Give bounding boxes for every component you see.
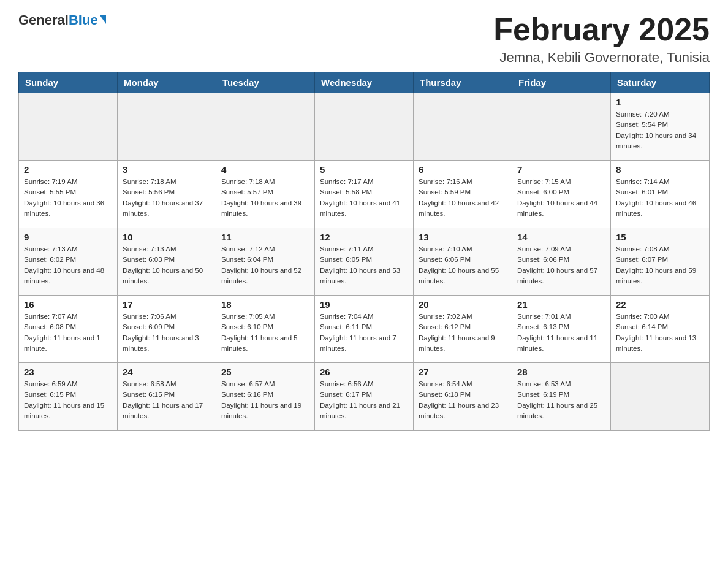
day-number: 7 <box>517 164 605 175</box>
day-number: 22 <box>616 299 704 310</box>
day-info: Sunrise: 6:56 AMSunset: 6:17 PMDaylight:… <box>320 379 408 421</box>
day-info: Sunrise: 6:58 AMSunset: 6:15 PMDaylight:… <box>123 379 211 421</box>
day-number: 18 <box>221 299 309 310</box>
day-info: Sunrise: 7:18 AMSunset: 5:57 PMDaylight:… <box>221 177 309 219</box>
calendar-cell <box>414 93 512 161</box>
calendar-cell: 4Sunrise: 7:18 AMSunset: 5:57 PMDaylight… <box>216 161 315 228</box>
day-info: Sunrise: 6:57 AMSunset: 6:16 PMDaylight:… <box>221 379 309 421</box>
day-info: Sunrise: 7:04 AMSunset: 6:11 PMDaylight:… <box>320 312 408 354</box>
calendar-cell: 20Sunrise: 7:02 AMSunset: 6:12 PMDayligh… <box>414 296 512 363</box>
day-info: Sunrise: 7:09 AMSunset: 6:06 PMDaylight:… <box>517 244 605 286</box>
calendar-cell: 8Sunrise: 7:14 AMSunset: 6:01 PMDaylight… <box>611 161 710 228</box>
day-info: Sunrise: 7:14 AMSunset: 6:01 PMDaylight:… <box>616 177 704 219</box>
day-info: Sunrise: 7:19 AMSunset: 5:55 PMDaylight:… <box>24 177 112 219</box>
logo-blue-text: Blue <box>69 12 98 28</box>
calendar-cell: 6Sunrise: 7:16 AMSunset: 5:59 PMDaylight… <box>414 161 512 228</box>
weekday-header-saturday: Saturday <box>611 72 710 93</box>
calendar-cell: 18Sunrise: 7:05 AMSunset: 6:10 PMDayligh… <box>216 296 315 363</box>
day-number: 27 <box>419 367 507 377</box>
day-number: 1 <box>616 97 704 107</box>
day-number: 11 <box>221 232 309 242</box>
calendar-cell: 10Sunrise: 7:13 AMSunset: 6:03 PMDayligh… <box>118 228 216 296</box>
day-number: 14 <box>517 232 605 242</box>
calendar-cell: 3Sunrise: 7:18 AMSunset: 5:56 PMDaylight… <box>118 161 216 228</box>
day-info: Sunrise: 7:17 AMSunset: 5:58 PMDaylight:… <box>320 177 408 219</box>
weekday-header-friday: Friday <box>512 72 611 93</box>
calendar-cell: 12Sunrise: 7:11 AMSunset: 6:05 PMDayligh… <box>315 228 414 296</box>
day-info: Sunrise: 7:15 AMSunset: 6:00 PMDaylight:… <box>517 177 605 219</box>
day-info: Sunrise: 7:08 AMSunset: 6:07 PMDaylight:… <box>616 244 704 286</box>
calendar-cell: 22Sunrise: 7:00 AMSunset: 6:14 PMDayligh… <box>611 296 710 363</box>
day-number: 9 <box>24 232 112 242</box>
day-number: 19 <box>320 299 408 310</box>
day-info: Sunrise: 7:07 AMSunset: 6:08 PMDaylight:… <box>24 312 112 354</box>
calendar-cell: 25Sunrise: 6:57 AMSunset: 6:16 PMDayligh… <box>216 363 315 431</box>
calendar-cell: 11Sunrise: 7:12 AMSunset: 6:04 PMDayligh… <box>216 228 315 296</box>
day-number: 6 <box>419 164 507 175</box>
calendar-cell: 19Sunrise: 7:04 AMSunset: 6:11 PMDayligh… <box>315 296 414 363</box>
day-info: Sunrise: 7:00 AMSunset: 6:14 PMDaylight:… <box>616 312 704 354</box>
calendar-cell <box>216 93 315 161</box>
weekday-header-tuesday: Tuesday <box>216 72 315 93</box>
calendar-cell <box>19 93 118 161</box>
weekday-header-wednesday: Wednesday <box>315 72 414 93</box>
day-info: Sunrise: 7:10 AMSunset: 6:06 PMDaylight:… <box>419 244 507 286</box>
day-info: Sunrise: 7:20 AMSunset: 5:54 PMDaylight:… <box>616 109 704 151</box>
day-number: 17 <box>123 299 211 310</box>
day-info: Sunrise: 7:18 AMSunset: 5:56 PMDaylight:… <box>123 177 211 219</box>
logo: General Blue <box>18 12 106 28</box>
calendar-cell: 15Sunrise: 7:08 AMSunset: 6:07 PMDayligh… <box>611 228 710 296</box>
calendar-cell: 24Sunrise: 6:58 AMSunset: 6:15 PMDayligh… <box>118 363 216 431</box>
day-info: Sunrise: 7:12 AMSunset: 6:04 PMDaylight:… <box>221 244 309 286</box>
calendar-week-row: 16Sunrise: 7:07 AMSunset: 6:08 PMDayligh… <box>19 296 710 363</box>
logo-general-text: General <box>18 12 69 28</box>
calendar-cell: 26Sunrise: 6:56 AMSunset: 6:17 PMDayligh… <box>315 363 414 431</box>
day-number: 23 <box>24 367 112 377</box>
calendar-cell: 17Sunrise: 7:06 AMSunset: 6:09 PMDayligh… <box>118 296 216 363</box>
calendar-cell <box>118 93 216 161</box>
day-number: 25 <box>221 367 309 377</box>
day-number: 16 <box>24 299 112 310</box>
calendar-week-row: 2Sunrise: 7:19 AMSunset: 5:55 PMDaylight… <box>19 161 710 228</box>
calendar-cell: 27Sunrise: 6:54 AMSunset: 6:18 PMDayligh… <box>414 363 512 431</box>
day-info: Sunrise: 7:16 AMSunset: 5:59 PMDaylight:… <box>419 177 507 219</box>
calendar-week-row: 9Sunrise: 7:13 AMSunset: 6:02 PMDaylight… <box>19 228 710 296</box>
day-number: 26 <box>320 367 408 377</box>
location-title: Jemna, Kebili Governorate, Tunisia <box>493 50 710 66</box>
day-number: 2 <box>24 164 112 175</box>
calendar-cell: 7Sunrise: 7:15 AMSunset: 6:00 PMDaylight… <box>512 161 611 228</box>
calendar-week-row: 23Sunrise: 6:59 AMSunset: 6:15 PMDayligh… <box>19 363 710 431</box>
page-header: General Blue February 2025 Jemna, Kebili… <box>18 12 710 66</box>
calendar-cell: 14Sunrise: 7:09 AMSunset: 6:06 PMDayligh… <box>512 228 611 296</box>
calendar-week-row: 1Sunrise: 7:20 AMSunset: 5:54 PMDaylight… <box>19 93 710 161</box>
calendar-cell <box>512 93 611 161</box>
calendar-cell <box>315 93 414 161</box>
day-number: 4 <box>221 164 309 175</box>
weekday-header-sunday: Sunday <box>19 72 118 93</box>
day-number: 5 <box>320 164 408 175</box>
logo-triangle-icon <box>100 15 106 24</box>
calendar-table: SundayMondayTuesdayWednesdayThursdayFrid… <box>18 72 710 431</box>
day-number: 28 <box>517 367 605 377</box>
weekday-header-thursday: Thursday <box>414 72 512 93</box>
calendar-cell: 5Sunrise: 7:17 AMSunset: 5:58 PMDaylight… <box>315 161 414 228</box>
weekday-header-row: SundayMondayTuesdayWednesdayThursdayFrid… <box>19 72 710 93</box>
day-info: Sunrise: 7:01 AMSunset: 6:13 PMDaylight:… <box>517 312 605 354</box>
day-info: Sunrise: 7:06 AMSunset: 6:09 PMDaylight:… <box>123 312 211 354</box>
calendar-cell: 16Sunrise: 7:07 AMSunset: 6:08 PMDayligh… <box>19 296 118 363</box>
month-title: February 2025 <box>493 12 710 47</box>
title-section: February 2025 Jemna, Kebili Governorate,… <box>493 12 710 66</box>
calendar-cell: 1Sunrise: 7:20 AMSunset: 5:54 PMDaylight… <box>611 93 710 161</box>
calendar-cell: 13Sunrise: 7:10 AMSunset: 6:06 PMDayligh… <box>414 228 512 296</box>
day-number: 13 <box>419 232 507 242</box>
day-info: Sunrise: 7:11 AMSunset: 6:05 PMDaylight:… <box>320 244 408 286</box>
day-info: Sunrise: 6:54 AMSunset: 6:18 PMDaylight:… <box>419 379 507 421</box>
day-number: 21 <box>517 299 605 310</box>
calendar-cell <box>611 363 710 431</box>
weekday-header-monday: Monday <box>118 72 216 93</box>
day-info: Sunrise: 6:59 AMSunset: 6:15 PMDaylight:… <box>24 379 112 421</box>
calendar-cell: 9Sunrise: 7:13 AMSunset: 6:02 PMDaylight… <box>19 228 118 296</box>
day-info: Sunrise: 7:13 AMSunset: 6:02 PMDaylight:… <box>24 244 112 286</box>
day-number: 10 <box>123 232 211 242</box>
day-info: Sunrise: 6:53 AMSunset: 6:19 PMDaylight:… <box>517 379 605 421</box>
